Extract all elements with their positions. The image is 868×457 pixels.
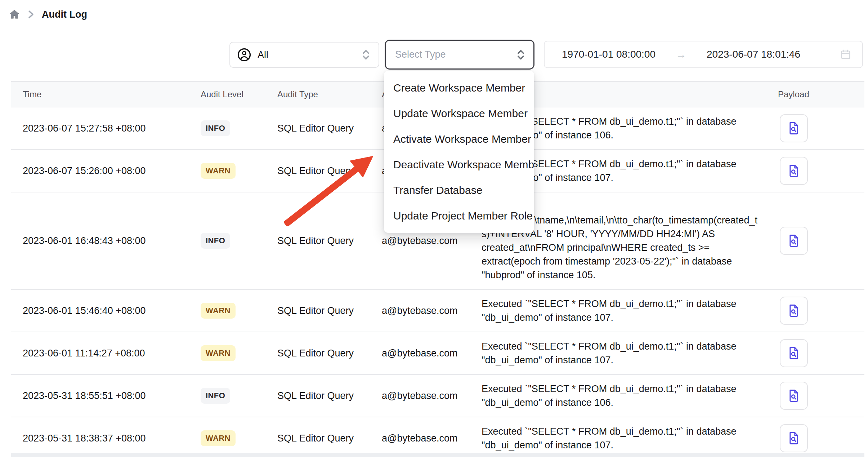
cell-actor: a@bytebase.com [370, 305, 470, 316]
view-payload-button[interactable] [780, 424, 808, 452]
cell-audit-type: SQL Editor Query [266, 165, 370, 177]
person-circle-icon [237, 47, 252, 62]
cell-audit-type: SQL Editor Query [266, 123, 370, 134]
audit-level-badge: INFO [201, 233, 230, 249]
cell-comment: Executed `"SELECT * FROM db_ui_demo.t1;"… [470, 375, 759, 417]
next-row-partial [11, 453, 864, 457]
cell-time: 2023-06-07 15:27:58 +08:00 [11, 123, 189, 134]
type-menu-item[interactable]: Create Workspace Member [384, 75, 534, 101]
file-search-icon [786, 163, 801, 178]
cell-comment: Executed `"SELECT * FROM db_ui_demo.t1;"… [470, 290, 759, 332]
date-range-picker[interactable]: 1970-01-01 08:00:00 → 2023-06-07 18:01:4… [544, 41, 863, 68]
audit-level-badge: WARN [201, 163, 236, 179]
page-title: Audit Log [42, 9, 87, 20]
file-search-icon [786, 303, 801, 318]
type-menu-item[interactable]: Update Workspace Member [384, 101, 534, 126]
cell-time: 2023-06-07 15:26:00 +08:00 [11, 165, 189, 177]
audit-log-page: Audit Log All Select Type 1970-01-01 08:… [0, 0, 868, 457]
cell-actor: a@bytebase.com [370, 390, 470, 401]
cell-time: 2023-06-01 11:14:27 +08:00 [11, 348, 189, 359]
audit-level-badge: INFO [201, 388, 230, 404]
cell-actor: a@bytebase.com [370, 433, 470, 444]
chevron-right-icon [27, 10, 35, 19]
view-payload-button[interactable] [780, 339, 808, 367]
column-header-type: Audit Type [266, 89, 370, 99]
table-row: 2023-05-31 18:38:37 +08:00 WARN SQL Edit… [11, 417, 864, 457]
view-payload-button[interactable] [780, 157, 808, 185]
table-row: 2023-05-31 18:55:51 +08:00 INFO SQL Edit… [11, 375, 864, 417]
type-menu-item[interactable]: Update Project Member Role [384, 203, 534, 228]
file-search-icon [786, 431, 801, 446]
view-payload-button[interactable] [780, 382, 808, 410]
cell-time: 2023-06-01 16:48:43 +08:00 [11, 235, 189, 247]
audit-level-badge: WARN [201, 345, 236, 361]
type-menu-item-label: Update Project Member Role [393, 210, 533, 222]
type-select-dropdown-menu: Create Workspace Member Update Workspace… [384, 71, 534, 233]
view-payload-button[interactable] [780, 297, 808, 325]
cell-audit-type: SQL Editor Query [266, 348, 370, 359]
cell-audit-type: SQL Editor Query [266, 305, 370, 316]
view-payload-button[interactable] [780, 227, 808, 255]
file-search-icon [786, 388, 801, 403]
audit-level-badge: WARN [201, 303, 236, 319]
table-row: 2023-06-01 15:46:40 +08:00 WARN SQL Edit… [11, 290, 864, 332]
audit-level-badge: INFO [201, 120, 230, 136]
type-menu-item-label: Update Workspace Member [393, 107, 528, 120]
type-menu-item-label: Activate Workspace Member [393, 133, 531, 145]
arrow-right-icon: → [676, 48, 686, 61]
cell-audit-type: SQL Editor Query [266, 235, 370, 247]
view-payload-button[interactable] [780, 114, 808, 142]
chevron-up-down-icon [515, 49, 526, 61]
cell-time: 2023-05-31 18:55:51 +08:00 [11, 390, 189, 401]
type-menu-item[interactable]: Deactivate Workspace Member [384, 152, 534, 177]
type-menu-item-label: Transfer Database [393, 184, 482, 196]
chevron-up-down-icon [361, 49, 371, 61]
column-header-payload: Payload [759, 89, 864, 99]
actor-filter-select[interactable]: All [229, 42, 379, 68]
cell-time: 2023-06-01 15:46:40 +08:00 [11, 305, 189, 316]
type-menu-item[interactable]: Activate Workspace Member [384, 126, 534, 152]
file-search-icon [786, 121, 801, 136]
breadcrumb: Audit Log [9, 9, 87, 20]
date-range-start[interactable]: 1970-01-01 08:00:00 [562, 49, 656, 60]
cell-actor: a@bytebase.com [370, 235, 470, 247]
cell-time: 2023-05-31 18:38:37 +08:00 [11, 433, 189, 444]
column-header-level: Audit Level [189, 89, 266, 99]
home-icon[interactable] [9, 9, 20, 20]
type-menu-item-label: Create Workspace Member [393, 82, 525, 94]
type-filter-select[interactable]: Select Type [385, 40, 534, 70]
cell-audit-type: SQL Editor Query [266, 390, 370, 401]
cell-comment: Executed `"SELECT * FROM db_ui_demo.t1;"… [470, 417, 759, 457]
file-search-icon [786, 346, 801, 361]
cell-comment: Executed `"SELECT * FROM db_ui_demo.t1;"… [470, 332, 759, 374]
file-search-icon [786, 233, 801, 248]
table-row: 2023-06-01 11:14:27 +08:00 WARN SQL Edit… [11, 332, 864, 375]
type-menu-item[interactable]: Transfer Database [384, 177, 534, 203]
actor-filter-value: All [258, 49, 268, 61]
date-range-end[interactable]: 2023-06-07 18:01:46 [707, 49, 800, 60]
cell-actor: a@bytebase.com [370, 348, 470, 359]
calendar-icon [840, 49, 851, 60]
column-header-time: Time [11, 89, 189, 99]
type-filter-placeholder: Select Type [395, 49, 446, 60]
type-menu-item-label: Deactivate Workspace Member [393, 159, 534, 171]
audit-level-badge: WARN [201, 430, 236, 446]
cell-audit-type: SQL Editor Query [266, 433, 370, 444]
